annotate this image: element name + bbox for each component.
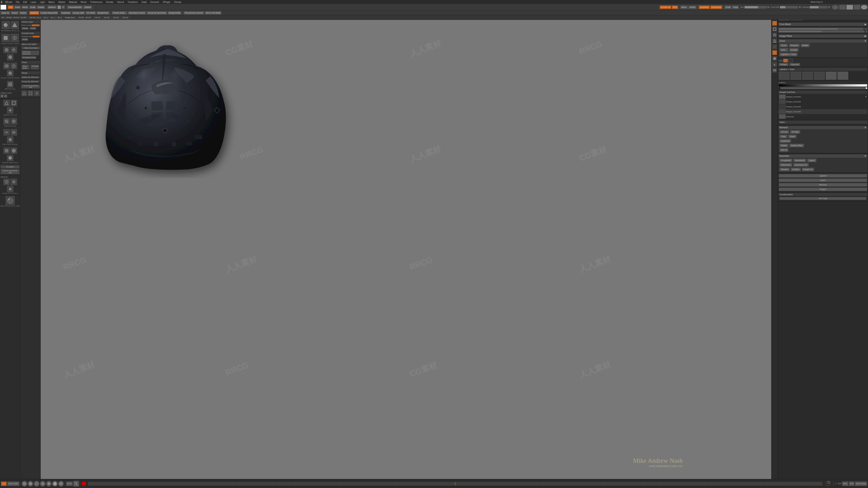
brush-icon-infli[interactable] (58, 481, 64, 487)
qmesh-btn[interactable]: QMesh (83, 5, 92, 9)
mirror-weld-title[interactable]: Mirror And Weld (21, 43, 40, 46)
divide-btn[interactable]: Divide (22, 38, 28, 41)
import-tb-btn[interactable]: Import (11, 11, 19, 15)
edge-icon-zbrush[interactable]: Z (772, 21, 777, 26)
laser-btn[interactable]: SmthV (688, 5, 697, 9)
lp2-tool1[interactable] (22, 91, 27, 96)
insert-mesh-btn[interactable]: Insert El (29, 11, 39, 15)
subtool-item-4[interactable]: Merged_Extract85 (778, 109, 867, 114)
active-color-swatch[interactable] (0, 5, 6, 10)
paste-btn[interactable]: Paste (788, 135, 797, 138)
mirror-weld-btn[interactable]: Mirror And Weld (205, 11, 221, 15)
tb3-btn4[interactable]: Ctrl-Shft (19, 16, 28, 20)
tb3-btn7[interactable]: Scn_3 (42, 16, 49, 20)
subtool-item-3[interactable]: Merged_Extract84 (778, 104, 867, 109)
brush-icon-standard[interactable] (34, 481, 39, 487)
tool-crease[interactable] (2, 34, 10, 42)
menu-marker[interactable]: Marker (57, 1, 66, 4)
delete-by-sym-btn[interactable]: Delete By Symmetry (22, 51, 39, 55)
right-panel-scroll[interactable]: Save As Texture Off From Mesh ▶ 100 (778, 16, 868, 479)
menu-stencil[interactable]: Stencil (116, 1, 125, 4)
tb3-btn1[interactable]: Ctrl (0, 16, 5, 20)
edge-icon-4[interactable]: ⚙ (772, 44, 777, 49)
bottom-hold-btn[interactable]: Hold_Holder (7, 482, 20, 486)
save-as-tb-btn[interactable]: Save As (0, 11, 10, 15)
tb3-btn13[interactable]: Ctrl-Ctrl (94, 16, 103, 20)
fibermesh-btn[interactable]: FiberMesh (779, 163, 792, 167)
bpr-btn[interactable]: BPR (672, 5, 678, 9)
tool-smooth3[interactable] (7, 70, 13, 76)
mirror-weld-lp-btn[interactable]: Mirror And Weld (22, 46, 40, 50)
surface-btn[interactable]: Surface (791, 168, 801, 171)
tool-se3[interactable] (7, 186, 13, 192)
tb3-btn15[interactable]: Ctrl-Ctrl (112, 16, 121, 20)
groups-split-btn[interactable]: Groups Split (72, 11, 85, 15)
move-button[interactable]: Move (22, 5, 29, 9)
tool-mesh3d[interactable] (11, 21, 19, 29)
tb3-btn10[interactable]: Triangle Decal (64, 16, 77, 20)
group-dynamesh-sub-btn[interactable]: Group As Dynamesh Sub (21, 85, 40, 89)
groups-loops-title[interactable]: GroupsLoops (21, 32, 40, 35)
pre-process-btn[interactable]: Pre-process Current (184, 11, 204, 15)
selector-btn[interactable]: Selector (47, 5, 57, 9)
group-all-btn[interactable]: GroupAll (31, 65, 39, 70)
subtool-eye-1[interactable]: 👁 (865, 96, 867, 98)
mesh-target-btn[interactable]: Mesh Target (779, 197, 866, 200)
layers-btn[interactable]: Layers (807, 159, 816, 162)
edge-icon-alpha[interactable] (772, 56, 777, 61)
render-all-btn[interactable]: Render All (659, 5, 671, 9)
tool-clip2[interactable] (11, 100, 17, 106)
subtool-item-2[interactable]: Merged_Extract83 (778, 99, 867, 104)
edit-button[interactable]: Edit (8, 5, 13, 9)
tb3-btn16[interactable]: Ctrl-Ctrl (121, 16, 130, 20)
inflate-plus-btn[interactable]: + (0, 94, 4, 98)
copy-btn[interactable]: Copy (779, 135, 787, 138)
duplicate-remesh-btn[interactable]: Duplicate (779, 139, 791, 143)
merge-down-btn[interactable]: MergeDown (96, 11, 110, 15)
copy-rgb-btn[interactable]: Copy RGB (789, 63, 800, 66)
main-canvas[interactable]: RRCG CG素材 人人素材 RRCG 人人素材 RRCG 人人素材 CG素材 … (41, 20, 778, 479)
tool-bottom1[interactable] (6, 196, 15, 205)
tool-smooth1[interactable] (3, 63, 10, 69)
tb3-btn14[interactable]: Ctrl-Ctrl (103, 16, 112, 20)
menu-preferences[interactable]: Preferences (90, 1, 103, 4)
lp2-tool3[interactable] (34, 91, 39, 96)
tool-se1[interactable] (3, 179, 10, 185)
tb3-btn3[interactable]: Ctrl-Ctrl (12, 16, 19, 20)
remove-btn[interactable]: Remove (779, 183, 867, 187)
tb3-btn5[interactable]: Grp Smth (29, 16, 35, 20)
inflate-minus-btn[interactable]: − (4, 94, 7, 98)
geometryhd-btn[interactable]: Geometry HD (793, 163, 809, 167)
brush-icon-dam[interactable] (40, 481, 46, 487)
mesh-target-bot-btn[interactable]: Mesh Target (855, 482, 867, 486)
menu-material[interactable]: Material (68, 1, 78, 4)
preview-btn[interactable]: Preview (779, 168, 790, 171)
lb-thumb-5[interactable] (826, 72, 837, 80)
lb-thumb-6[interactable] (837, 72, 848, 80)
fill-object-btn[interactable]: FillObject (779, 63, 788, 66)
close-holes-btn[interactable]: Close Holes (22, 65, 30, 70)
edge-icon-2[interactable] (772, 33, 777, 37)
remesh-title[interactable]: Remesh ▼ (778, 126, 867, 129)
brush-icon-smooth[interactable] (28, 481, 33, 487)
subdivide-btn[interactable]: Subdivide (699, 5, 710, 9)
floor-btn[interactable]: Floor (842, 482, 848, 486)
tool-zsphere[interactable] (2, 21, 10, 29)
delete-other-btn[interactable]: Delete Other (789, 144, 804, 147)
edge-icon-5[interactable]: ▲ (772, 62, 777, 67)
group-element-title[interactable]: Group By Element (21, 80, 40, 83)
from-mesh-title[interactable]: From Mesh ▶ (778, 23, 867, 26)
clip-dynamesh-sub-btn[interactable]: Clip As Dynamesh Sub (0, 169, 20, 174)
mee-btn[interactable] (57, 5, 61, 9)
menu-edit[interactable]: Edit (22, 1, 28, 4)
tool-dam1[interactable] (3, 129, 10, 135)
subtool-item-1[interactable]: Merged_Extract82 👁 (778, 94, 867, 99)
menu-zplugin[interactable]: ZPlugin (162, 1, 171, 4)
tool-se2[interactable] (11, 179, 17, 185)
tool-dam2[interactable] (11, 129, 17, 135)
tool-trim2[interactable] (11, 118, 17, 125)
geometry-title[interactable]: Geometry ▼ (778, 154, 867, 158)
lb-thumb-3[interactable] (802, 72, 813, 80)
lb-thumb-4[interactable] (814, 72, 825, 80)
tool-brush1[interactable] (3, 47, 10, 53)
